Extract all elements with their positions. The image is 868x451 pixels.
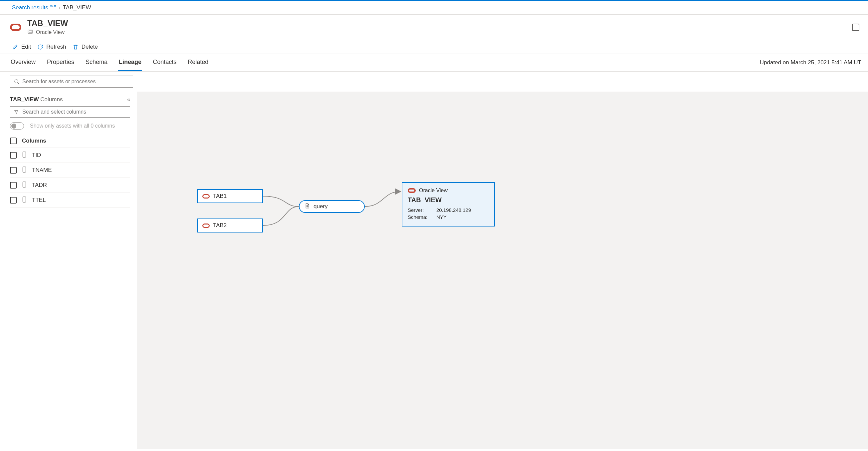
detail-title: TAB_VIEW xyxy=(408,196,489,204)
column-name: TID xyxy=(32,152,41,159)
column-icon xyxy=(22,196,27,204)
show-only-toggle[interactable] xyxy=(10,122,24,130)
svg-rect-1 xyxy=(29,31,32,33)
oracle-icon xyxy=(203,194,210,199)
svg-rect-4 xyxy=(23,167,26,172)
tabs-row: Overview Properties Schema Lineage Conta… xyxy=(0,54,868,72)
trash-icon xyxy=(72,44,79,50)
column-row[interactable]: TADR xyxy=(10,178,130,193)
sidebar-title-entity: TAB_VIEW xyxy=(10,96,39,103)
tab-overview[interactable]: Overview xyxy=(10,54,36,71)
column-row[interactable]: TTEL xyxy=(10,193,130,208)
column-icon xyxy=(22,166,27,174)
header-action-button[interactable] xyxy=(852,24,859,31)
breadcrumb-separator: › xyxy=(59,5,60,10)
columns-header-row: Columns xyxy=(10,134,130,148)
column-name: TNAME xyxy=(32,167,52,173)
svg-point-2 xyxy=(14,80,18,83)
svg-rect-5 xyxy=(23,182,26,187)
lineage-node-tab1[interactable]: TAB1 xyxy=(197,189,263,203)
detail-schema-label: Schema: xyxy=(408,214,430,220)
tabs: Overview Properties Schema Lineage Conta… xyxy=(10,54,209,71)
detail-server-value: 20.198.248.129 xyxy=(436,207,471,213)
refresh-label: Refresh xyxy=(46,44,66,50)
tab-related[interactable]: Related xyxy=(187,54,209,71)
select-all-checkbox[interactable] xyxy=(10,138,17,144)
delete-button[interactable]: Delete xyxy=(72,44,98,50)
toolbar: Edit Refresh Delete xyxy=(0,40,868,54)
column-checkbox[interactable] xyxy=(10,167,17,173)
lineage-canvas[interactable]: TAB1 TAB2 query Oracle View TAB_VIEW Ser… xyxy=(137,92,868,449)
column-name: TTEL xyxy=(32,197,46,203)
show-only-toggle-row: Show only assets with all 0 columns xyxy=(10,122,130,130)
sidebar-title: TAB_VIEW Columns xyxy=(10,96,63,103)
tab-schema[interactable]: Schema xyxy=(85,54,108,71)
page-header: TAB_VIEW Oracle View xyxy=(0,15,868,40)
lineage-search-box[interactable] xyxy=(10,76,133,88)
view-type-icon xyxy=(27,29,33,36)
sidebar-collapse-button[interactable]: « xyxy=(127,96,130,103)
sidebar-title-suffix: Columns xyxy=(40,96,63,103)
lineage-search-input[interactable] xyxy=(22,79,129,85)
column-icon xyxy=(22,151,27,159)
page-title: TAB_VIEW xyxy=(27,19,68,28)
lineage-node-tab2[interactable]: TAB2 xyxy=(197,219,263,232)
column-icon xyxy=(22,181,27,189)
lineage-node-detail[interactable]: Oracle View TAB_VIEW Server: 20.198.248.… xyxy=(402,182,495,226)
pencil-icon xyxy=(12,44,19,50)
show-only-toggle-label: Show only assets with all 0 columns xyxy=(30,123,115,129)
tab-lineage[interactable]: Lineage xyxy=(118,54,142,71)
search-icon xyxy=(13,79,20,85)
column-filter-box[interactable] xyxy=(10,106,130,118)
lineage-search-row xyxy=(0,72,868,92)
column-row[interactable]: TNAME xyxy=(10,163,130,178)
lineage-node-label: query xyxy=(313,203,328,210)
breadcrumb-current: TAB_VIEW xyxy=(63,4,91,11)
detail-type-label: Oracle View xyxy=(419,188,447,194)
lineage-edges xyxy=(137,92,868,449)
breadcrumb: Search results "*" › TAB_VIEW xyxy=(0,0,868,15)
svg-rect-3 xyxy=(23,152,26,157)
breadcrumb-root-link[interactable]: Search results "*" xyxy=(12,4,56,11)
main-area: TAB_VIEW Columns « Show only assets with… xyxy=(0,92,868,449)
lineage-node-query[interactable]: query xyxy=(299,200,365,213)
detail-schema-value: NYY xyxy=(436,214,447,220)
refresh-button[interactable]: Refresh xyxy=(37,44,66,50)
column-name: TADR xyxy=(32,182,47,189)
columns-header-label: Columns xyxy=(22,138,46,144)
column-checkbox[interactable] xyxy=(10,197,17,203)
filter-icon xyxy=(13,109,19,115)
page-subtitle: Oracle View xyxy=(36,29,65,35)
column-row[interactable]: TID xyxy=(10,148,130,163)
column-checkbox[interactable] xyxy=(10,182,17,189)
columns-sidebar: TAB_VIEW Columns « Show only assets with… xyxy=(0,92,137,449)
lineage-node-label: TAB2 xyxy=(213,222,227,229)
updated-timestamp: Updated on March 25, 2021 5:41 AM UT xyxy=(760,59,861,66)
lineage-node-label: TAB1 xyxy=(213,193,227,199)
edit-label: Edit xyxy=(21,44,31,50)
oracle-icon xyxy=(10,24,21,31)
detail-server-label: Server: xyxy=(408,207,430,213)
refresh-icon xyxy=(37,44,43,50)
delete-label: Delete xyxy=(82,44,98,50)
column-filter-input[interactable] xyxy=(22,109,126,115)
tab-properties[interactable]: Properties xyxy=(46,54,75,71)
columns-list: Columns TID TNAME TADR xyxy=(10,134,130,208)
edit-button[interactable]: Edit xyxy=(12,44,31,50)
svg-rect-6 xyxy=(23,197,26,202)
tab-contacts[interactable]: Contacts xyxy=(152,54,177,71)
oracle-icon xyxy=(203,224,210,228)
oracle-icon xyxy=(408,188,416,193)
document-icon xyxy=(304,203,310,210)
column-checkbox[interactable] xyxy=(10,152,17,159)
